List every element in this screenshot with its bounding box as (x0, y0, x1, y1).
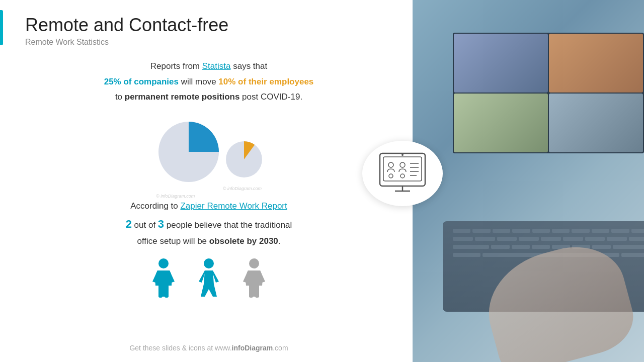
remote-work-icon (377, 151, 428, 196)
svg-point-6 (249, 258, 259, 268)
stat2-num2: 2 (126, 218, 132, 230)
stat1-to: to (115, 92, 125, 102)
charts-container: © infoDiagram.com © infoDiagram.com (25, 114, 392, 190)
person-icon-2 (191, 256, 226, 302)
left-panel: Remote and Contact-free Remote Work Stat… (0, 0, 413, 362)
page-subtitle: Remote Work Statistics (25, 38, 392, 47)
stat1-prefix: Reports from (150, 61, 202, 71)
svg-rect-8 (255, 287, 259, 298)
svg-rect-4 (165, 287, 169, 298)
zapier-link[interactable]: Zapier Remote Work Report (180, 201, 287, 211)
svg-rect-3 (158, 287, 163, 298)
svg-rect-7 (249, 287, 253, 298)
footer-text-normal: Get these slides & icons at www. (129, 344, 231, 352)
svg-point-14 (388, 162, 393, 167)
stat2-bold: obsolete by 2030 (209, 236, 278, 246)
svg-point-15 (400, 162, 405, 167)
page-title: Remote and Contact-free (25, 14, 392, 36)
footer-text-bold: infoDiagram (232, 344, 273, 352)
stat2-out-of: out of (132, 220, 158, 230)
stat1-text: Reports from Statista says that 25% of c… (25, 59, 392, 105)
stat2-text: According to Zapier Remote Work Report 2… (25, 199, 392, 249)
large-pie-chart: © infoDiagram.com (151, 114, 226, 190)
video-cell-2 (549, 34, 643, 93)
statista-link[interactable]: Statista (202, 61, 231, 71)
right-panel (413, 0, 644, 362)
accent-bar (0, 10, 3, 45)
person-icon-3 (236, 256, 272, 302)
people-icons-container (25, 256, 392, 302)
stat1-end: post COVID-19. (239, 92, 302, 102)
stat1-will-move: will move (179, 77, 218, 86)
stat2-period: . (278, 236, 281, 246)
highlight-25pct: 25% of companies (104, 77, 179, 86)
speech-bubble (362, 141, 443, 206)
footer: Get these slides & icons at www.infoDiag… (25, 344, 392, 352)
video-cell-4 (549, 94, 643, 152)
svg-point-17 (400, 174, 405, 178)
stat1-bold: permanent remote positions (125, 92, 240, 102)
svg-point-2 (158, 258, 169, 268)
stat2-num3: 3 (158, 218, 164, 230)
video-cell-3 (454, 94, 548, 152)
stat1-says: says that (230, 61, 267, 71)
svg-point-5 (204, 258, 214, 268)
svg-point-11 (401, 154, 404, 156)
small-pie-chart: © infoDiagram.com (221, 137, 267, 182)
svg-point-16 (389, 174, 393, 178)
person-icon-1 (146, 256, 181, 302)
video-cell-1 (454, 34, 548, 93)
stat2-office: office setup will be (137, 236, 209, 246)
stat2-prefix: According to (130, 201, 180, 211)
highlight-10pct: 10% of their employees (218, 77, 313, 86)
stat2-rest: people believe that the traditional (164, 220, 292, 230)
laptop-screen (453, 33, 644, 153)
footer-text-end: .com (273, 344, 288, 352)
